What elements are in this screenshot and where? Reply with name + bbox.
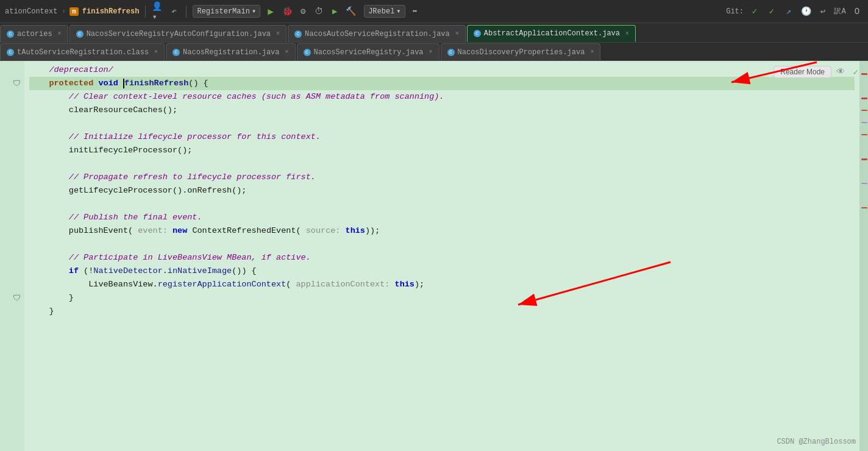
tabs-row-2: c tAutoServiceRegistration.class × c Nac… [0, 43, 868, 61]
gutter-line-4 [0, 104, 24, 117]
gutter-line-5 [0, 117, 24, 130]
tab-nacos-auto-config[interactable]: c NacosServiceRegistryAutoConfiguration.… [69, 25, 286, 42]
toolbar-sep2 [186, 5, 187, 18]
translate-icon[interactable]: 訳A [834, 5, 846, 18]
gutter-line-8 [0, 157, 24, 171]
gutter-line-10 [0, 184, 24, 197]
tab-icon-nacos-auto-config: c [76, 30, 84, 38]
tab-close-nacos-auto-config[interactable]: × [276, 30, 280, 37]
tab-label-nacos-registration: NacosRegistration.java [183, 48, 279, 57]
profile-icon[interactable]: ⏱ [313, 5, 325, 18]
gutter-line-18: 🛡 [0, 291, 24, 305]
reader-mode-button[interactable]: Reader Mode [774, 66, 831, 78]
build-icon[interactable]: 🔨 [344, 5, 357, 18]
chevron-down-icon: ▾ [252, 7, 256, 16]
tab-close-abstract-app-context[interactable]: × [625, 30, 629, 37]
run-icon2[interactable]: ▶ [329, 5, 341, 18]
tab-nacos-discovery-props[interactable]: c NacosDiscoveryProperties.java × [441, 43, 601, 60]
toolbar: ationContext › m finishRefresh 👤▾ ↶ Regi… [0, 0, 868, 23]
gutter-line-9 [0, 171, 24, 184]
tab-icon-nacos-discovery-props: c [447, 49, 455, 56]
tab-nacos-auto-reg[interactable]: c NacosAutoServiceRegistration.java × [288, 25, 466, 42]
scrollbar[interactable] [859, 61, 868, 451]
gutter-line-15 [0, 251, 24, 265]
tab-label-abstract-app-context: AbstractApplicationContext.java [484, 29, 620, 38]
tab-close-nacos-auto-reg[interactable]: × [455, 30, 459, 37]
person-icon[interactable]: 👤▾ [152, 5, 164, 18]
jrebel-dropdown[interactable]: JRebel ▾ [364, 5, 405, 18]
tab-close-auto-service-class[interactable]: × [154, 49, 158, 55]
toolbar-sep1 [145, 5, 146, 18]
tabs-row-1: c actories × c NacosServiceRegistryAutoC… [0, 23, 868, 43]
jrebel-chevron: ▾ [396, 7, 400, 16]
gutter: 🛡 🛡 [0, 61, 24, 451]
tab-auto-service-class[interactable]: c tAutoServiceRegistration.class × [0, 43, 165, 60]
gutter-line-13 [0, 224, 24, 238]
breadcrumb-sep: › [61, 7, 66, 16]
gutter-line-17 [0, 278, 24, 291]
code-line-comment-clear: // Clear context-level resource caches (… [29, 90, 855, 104]
tab-icon-factories: c [7, 30, 14, 38]
debug-icon[interactable]: 🐞 [281, 5, 293, 18]
tab-icon-nacos-auto-reg: c [294, 30, 302, 38]
back-icon[interactable]: ↶ [168, 5, 180, 18]
tab-icon-abstract-app-context: c [474, 30, 481, 37]
jrebel-action1[interactable]: ⬌ [409, 5, 421, 18]
git-check2[interactable]: ✓ [766, 5, 778, 18]
watermark: CSDN @ZhangBlossom [777, 438, 856, 446]
git-undo[interactable]: ↩ [817, 5, 829, 18]
gutter-line-19 [0, 305, 24, 318]
toolbar-right: Git: ✓ ✓ ↗ 🕐 ↩ 訳A O [726, 5, 863, 18]
tab-icon-nacos-service-registry: c [304, 49, 311, 56]
gutter-line-3 [0, 90, 24, 104]
tab-factories[interactable]: c actories × [0, 25, 68, 42]
run-button[interactable]: ▶ [264, 5, 277, 18]
code-line-comment-publish: // Publish the final event. [29, 211, 855, 224]
gutter-line-2: 🛡 [0, 77, 24, 90]
tab-icon-auto-service-class: c [7, 49, 14, 56]
code-editor[interactable]: /deprecation/ protected void finishRefre… [24, 61, 859, 451]
tab-abstract-app-context[interactable]: c AbstractApplicationContext.java × [467, 25, 636, 42]
run-main-label: RegisterMain [197, 7, 249, 16]
git-clock[interactable]: 🕐 [800, 5, 812, 18]
gutter-line-1 [0, 63, 24, 77]
breadcrumb-method-icon: m [69, 7, 79, 16]
jrebel-label: JRebel [368, 7, 394, 16]
gutter-line-7 [0, 144, 24, 157]
tab-label-nacos-auto-config: NacosServiceRegistryAutoConfiguration.ja… [87, 30, 271, 38]
gutter-line-16 [0, 265, 24, 278]
tab-close-nacos-discovery-props[interactable]: × [590, 49, 594, 55]
shield-icon-2: 🛡 [13, 294, 21, 303]
tab-close-factories[interactable]: × [58, 30, 62, 37]
tab-nacos-registration[interactable]: c NacosRegistration.java × [166, 43, 295, 60]
git-check1[interactable]: ✓ [749, 5, 761, 18]
settings-icon[interactable]: O [851, 5, 863, 18]
code-line-deprecation: /deprecation/ [29, 63, 855, 77]
code-area: Reader Mode 👁 ✓ 🛡 🛡 /deprecation/ [0, 61, 868, 451]
gutter-line-6 [0, 130, 24, 144]
code-line-method-def: protected void finishRefresh () { [29, 77, 855, 90]
git-label: Git: [726, 7, 744, 16]
code-line-close-if: } [29, 291, 855, 305]
tab-icon-nacos-registration: c [173, 49, 180, 56]
breadcrumb-method: finishRefresh [82, 7, 140, 16]
breadcrumb-context: ationContext [5, 7, 57, 16]
tab-label-nacos-service-registry: NacosServiceRegistry.java [314, 48, 424, 57]
tab-close-nacos-registration[interactable]: × [285, 49, 289, 55]
code-line-if-native: if (! NativeDetector . inNativeImage ())… [29, 265, 855, 278]
tab-label-nacos-discovery-props: NacosDiscoveryProperties.java [458, 48, 585, 57]
code-line-clear-caches: clearResourceCaches(); [29, 104, 855, 117]
code-line-comment-participate: // Participate in LiveBeansView MBean, i… [29, 251, 855, 265]
run-main-dropdown[interactable]: RegisterMain ▾ [193, 5, 260, 18]
git-arrow-up[interactable]: ↗ [783, 5, 795, 18]
tab-close-nacos-service-registry[interactable]: × [429, 49, 433, 55]
code-line-livebean: LiveBeansView. registerApplicationContex… [29, 278, 855, 291]
code-line-empty-1 [29, 117, 855, 130]
tab-nacos-service-registry[interactable]: c NacosServiceRegistry.java × [297, 43, 439, 60]
code-line-comment-propagate: // Propagate refresh to lifecycle proces… [29, 171, 855, 184]
code-line-comment-lifecycle: // Initialize lifecycle processor for th… [29, 130, 855, 144]
tab-label-nacos-auto-reg: NacosAutoServiceRegistration.java [305, 30, 450, 38]
gutter-line-11 [0, 197, 24, 211]
coverage-icon[interactable]: ⚙ [297, 5, 309, 18]
code-line-empty-3 [29, 197, 855, 211]
